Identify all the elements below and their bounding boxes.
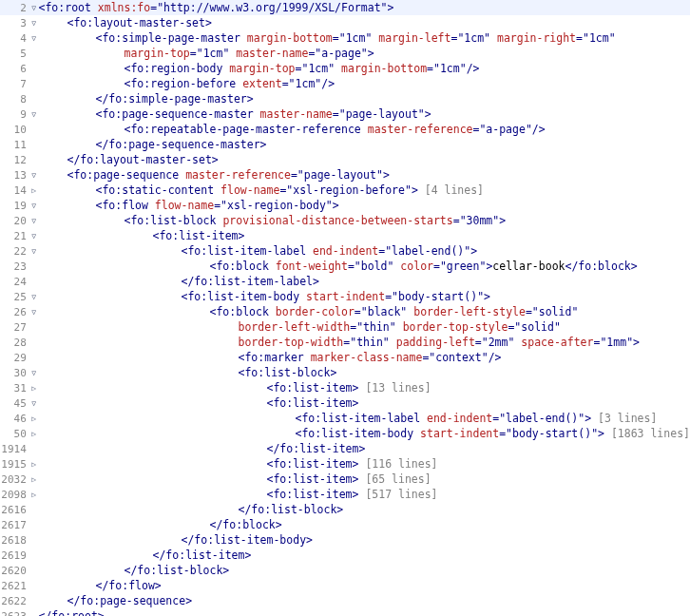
code-line[interactable]: 2098▷<fo:list-item> [517 lines]	[0, 487, 690, 502]
code-content[interactable]: <fo:flow flow-name="xsl-region-body">	[39, 198, 690, 213]
fold-closed-icon[interactable]: ▷	[29, 426, 39, 441]
code-content[interactable]: <fo:list-item-body start-indent="body-st…	[39, 426, 690, 441]
code-content[interactable]: <fo:list-item-label end-indent="label-en…	[39, 411, 690, 426]
code-line[interactable]: 7<fo:region-before extent="1cm"/>	[0, 76, 690, 91]
code-line[interactable]: 25▽<fo:list-item-body start-indent="body…	[0, 289, 690, 304]
fold-open-icon[interactable]: ▽	[29, 213, 39, 228]
code-line[interactable]: 4▽<fo:simple-page-master margin-bottom="…	[0, 30, 690, 46]
code-line[interactable]: 50▷<fo:list-item-body start-indent="body…	[0, 426, 690, 441]
code-line[interactable]: 23<fo:block font-weight="bold" color="gr…	[0, 259, 690, 274]
code-line[interactable]: 12</fo:layout-master-set>	[0, 152, 690, 167]
fold-open-icon[interactable]: ▽	[29, 15, 39, 30]
code-line[interactable]: 2616</fo:list-block>	[0, 502, 690, 517]
code-line[interactable]: 22▽<fo:list-item-label end-indent="label…	[0, 243, 690, 259]
code-content[interactable]: <fo:marker marker-class-name="context"/>	[39, 350, 690, 365]
code-line[interactable]: 9▽<fo:page-sequence-master master-name="…	[0, 106, 690, 122]
fold-closed-icon[interactable]: ▷	[29, 411, 39, 426]
code-line[interactable]: 2620</fo:list-block>	[0, 563, 690, 578]
fold-open-icon[interactable]: ▽	[29, 365, 39, 380]
code-content[interactable]: </fo:flow>	[39, 578, 690, 593]
fold-open-icon[interactable]: ▽	[29, 395, 39, 411]
code-content[interactable]: <fo:simple-page-master margin-bottom="1c…	[39, 30, 690, 46]
fold-closed-icon[interactable]: ▷	[29, 456, 39, 472]
code-content[interactable]: <fo:page-sequence-master master-name="pa…	[39, 106, 690, 122]
code-line[interactable]: 2618</fo:list-item-body>	[0, 532, 690, 548]
code-line[interactable]: 31▷<fo:list-item> [13 lines]	[0, 380, 690, 395]
code-line[interactable]: 11</fo:page-sequence-master>	[0, 137, 690, 152]
code-content[interactable]: <fo:list-item> [517 lines]	[39, 487, 690, 502]
code-content[interactable]: margin-top="1cm" master-name="a-page">	[39, 46, 690, 61]
code-content[interactable]: <fo:list-item> [116 lines]	[39, 456, 690, 472]
code-content[interactable]: <fo:list-item-label end-indent="label-en…	[39, 243, 690, 259]
code-content[interactable]: <fo:list-block>	[39, 365, 690, 380]
code-line[interactable]: 2622</fo:page-sequence>	[0, 593, 690, 608]
code-content[interactable]: <fo:list-item> [65 lines]	[39, 472, 690, 487]
code-line[interactable]: 27border-left-width="thin" border-top-st…	[0, 319, 690, 335]
code-content[interactable]: </fo:page-sequence-master>	[39, 137, 690, 152]
code-line[interactable]: 6<fo:region-body margin-top="1cm" margin…	[0, 61, 690, 76]
code-content[interactable]: </fo:layout-master-set>	[39, 152, 690, 167]
code-line[interactable]: 5margin-top="1cm" master-name="a-page">	[0, 46, 690, 61]
fold-open-icon[interactable]: ▽	[29, 167, 39, 183]
code-line[interactable]: 2032▷<fo:list-item> [65 lines]	[0, 472, 690, 487]
fold-open-icon[interactable]: ▽	[29, 198, 39, 213]
code-line[interactable]: 10<fo:repeatable-page-master-reference m…	[0, 122, 690, 137]
fold-open-icon[interactable]: ▽	[29, 30, 39, 46]
fold-open-icon[interactable]: ▽	[29, 106, 39, 122]
code-line[interactable]: 45▽<fo:list-item>	[0, 395, 690, 411]
fold-closed-icon[interactable]: ▷	[29, 487, 39, 502]
code-line[interactable]: 2617</fo:block>	[0, 517, 690, 532]
code-content[interactable]: <fo:block font-weight="bold" color="gree…	[39, 259, 690, 274]
code-content[interactable]: <fo:region-body margin-top="1cm" margin-…	[39, 61, 690, 76]
code-content[interactable]: </fo:list-item-body>	[39, 532, 690, 548]
fold-open-icon[interactable]: ▽	[29, 228, 39, 243]
code-content[interactable]: </fo:page-sequence>	[39, 593, 690, 608]
code-content[interactable]: </fo:list-item>	[39, 548, 690, 563]
code-line[interactable]: 46▷<fo:list-item-label end-indent="label…	[0, 411, 690, 426]
code-line[interactable]: 24</fo:list-item-label>	[0, 274, 690, 289]
code-line[interactable]: 1914</fo:list-item>	[0, 441, 690, 456]
code-line[interactable]: 28border-top-width="thin" padding-left="…	[0, 335, 690, 350]
code-content[interactable]: </fo:block>	[39, 517, 690, 532]
code-content[interactable]: </fo:list-block>	[39, 563, 690, 578]
code-line[interactable]: 1915▷<fo:list-item> [116 lines]	[0, 456, 690, 472]
fold-open-icon[interactable]: ▽	[29, 304, 39, 319]
code-content[interactable]: border-top-width="thin" padding-left="2m…	[39, 335, 690, 350]
code-line[interactable]: 3▽<fo:layout-master-set>	[0, 15, 690, 30]
fold-open-icon[interactable]: ▽	[29, 0, 39, 15]
code-line[interactable]: 21▽<fo:list-item>	[0, 228, 690, 243]
code-line[interactable]: 20▽<fo:list-block provisional-distance-b…	[0, 213, 690, 228]
code-content[interactable]: </fo:list-item>	[39, 441, 690, 456]
code-content[interactable]: <fo:region-before extent="1cm"/>	[39, 76, 690, 91]
code-content[interactable]: <fo:repeatable-page-master-reference mas…	[39, 122, 690, 137]
code-line[interactable]: 2623</fo:root>	[0, 608, 690, 616]
code-content[interactable]: <fo:root xmlns:fo="http://www.w3.org/199…	[39, 0, 690, 15]
code-line[interactable]: 2619</fo:list-item>	[0, 548, 690, 563]
fold-open-icon[interactable]: ▽	[29, 243, 39, 259]
code-content[interactable]: <fo:list-item-body start-indent="body-st…	[39, 289, 690, 304]
code-content[interactable]: </fo:list-item-label>	[39, 274, 690, 289]
code-content[interactable]: </fo:simple-page-master>	[39, 91, 690, 106]
code-content[interactable]: <fo:layout-master-set>	[39, 15, 690, 30]
code-content[interactable]: <fo:static-content flow-name="xsl-region…	[39, 183, 690, 198]
code-line[interactable]: 2▽<fo:root xmlns:fo="http://www.w3.org/1…	[0, 0, 690, 15]
code-line[interactable]: 8</fo:simple-page-master>	[0, 91, 690, 106]
code-line[interactable]: 29<fo:marker marker-class-name="context"…	[0, 350, 690, 365]
code-line[interactable]: 13▽<fo:page-sequence master-reference="p…	[0, 167, 690, 183]
code-content[interactable]: <fo:list-item> [13 lines]	[39, 380, 690, 395]
code-content[interactable]: <fo:list-item>	[39, 228, 690, 243]
code-content[interactable]: </fo:list-block>	[39, 502, 690, 517]
code-line[interactable]: 19▽<fo:flow flow-name="xsl-region-body">	[0, 198, 690, 213]
code-line[interactable]: 14▷<fo:static-content flow-name="xsl-reg…	[0, 183, 690, 198]
code-content[interactable]: </fo:root>	[39, 608, 690, 616]
code-content[interactable]: <fo:block border-color="black" border-le…	[39, 304, 690, 319]
code-content[interactable]: <fo:list-item>	[39, 395, 690, 411]
fold-open-icon[interactable]: ▽	[29, 289, 39, 304]
code-line[interactable]: 2621</fo:flow>	[0, 578, 690, 593]
code-content[interactable]: <fo:page-sequence master-reference="page…	[39, 167, 690, 183]
fold-closed-icon[interactable]: ▷	[29, 183, 39, 198]
code-content[interactable]: border-left-width="thin" border-top-styl…	[39, 319, 690, 335]
code-line[interactable]: 26▽<fo:block border-color="black" border…	[0, 304, 690, 319]
code-content[interactable]: <fo:list-block provisional-distance-betw…	[39, 213, 690, 228]
code-line[interactable]: 30▽<fo:list-block>	[0, 365, 690, 380]
